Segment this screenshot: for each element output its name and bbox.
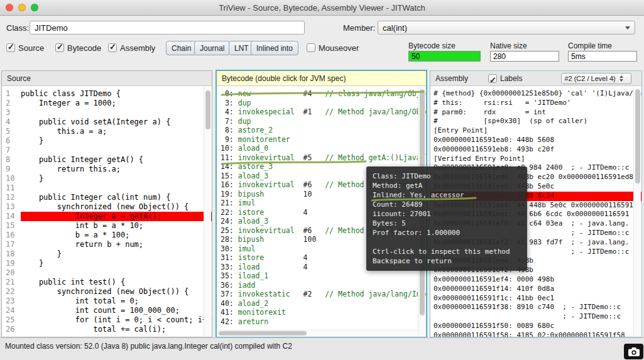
assembly-line[interactable]: # parm0: rdx = int bbox=[430, 108, 641, 117]
assembly-line[interactable]: 0x0000000116591f38: 8910 c740 ; - JITDem… bbox=[430, 303, 641, 312]
bytecode-line[interactable]: 40: aload_2 bbox=[217, 299, 426, 308]
screenshot-camera-button[interactable] bbox=[624, 344, 643, 359]
bytecode-line[interactable]: 37: invokestatic #2 // Method java/lang/… bbox=[217, 290, 426, 299]
bytecode-line[interactable]: 11: invokevirtual #5 // Method getA:()Lj… bbox=[217, 153, 426, 163]
chevron-down-icon bbox=[625, 26, 630, 30]
source-line[interactable]: 14 Integer a = getA(); bbox=[2, 212, 212, 221]
assembly-line[interactable]: # this: rsi:rsi = 'JITDemo' bbox=[430, 99, 641, 108]
source-line-text: public class JITDemo { bbox=[21, 89, 212, 99]
source-line[interactable]: 20 bbox=[2, 268, 212, 278]
assembly-line[interactable]: 0x0000000116591eb8: 493b c20f bbox=[430, 145, 641, 155]
journal-button[interactable]: Journal bbox=[194, 41, 230, 55]
bytecode-panel-title: Bytecode (double click for JVM spec) bbox=[217, 71, 346, 86]
bytecode-offset: 0: bbox=[221, 89, 238, 99]
bytecode-hscrollbar-thumb[interactable] bbox=[219, 331, 307, 335]
bytecode-line[interactable]: 7: dup bbox=[217, 117, 426, 126]
source-line[interactable]: 26 total += cal(i); bbox=[2, 325, 212, 334]
assembly-line[interactable]: # {method} {0x00000001251e85b0} 'cal' '(… bbox=[430, 89, 641, 99]
bytecode-line[interactable]: 42: areturn bbox=[217, 317, 426, 327]
source-line-text: } bbox=[21, 249, 212, 259]
assembly-scrollbar-thumb[interactable] bbox=[635, 89, 640, 183]
source-line-text: public Integer getA() { bbox=[21, 155, 212, 165]
source-line[interactable]: 25 for (int i = 0; i < count; i++) { bbox=[2, 315, 212, 325]
assembly-checkbox[interactable]: Assembly bbox=[108, 43, 155, 53]
bytecode-operand: #1 bbox=[303, 107, 325, 117]
source-line[interactable]: 2 Integer a = 1000; bbox=[2, 99, 212, 108]
assembly-line[interactable]: ; - JITDemo::c bbox=[430, 312, 641, 322]
source-code-list[interactable]: 1public class JITDemo {2 Integer a = 100… bbox=[2, 86, 212, 337]
source-line[interactable]: 18 } bbox=[2, 249, 212, 259]
native-size-value: 280 bbox=[490, 51, 559, 62]
bytecode-mnemonic: iload_1 bbox=[238, 271, 303, 281]
source-line[interactable]: 23 int total = 0; bbox=[2, 297, 212, 306]
bytecode-line[interactable]: 0: new #4 // class java/lang/Object bbox=[217, 89, 426, 99]
assembly-line[interactable]: 0x0000000116591f14: 410f 0d8a bbox=[430, 285, 641, 294]
minimize-button[interactable] bbox=[18, 4, 26, 11]
bytecode-offset: 19: bbox=[221, 190, 238, 199]
assembly-line[interactable]: [Verified Entry Point] bbox=[430, 155, 641, 164]
assembly-line[interactable]: # [sp+0x30] (sp of caller) bbox=[430, 117, 641, 126]
assembly-checkbox-box bbox=[108, 43, 117, 52]
source-line[interactable]: 1public class JITDemo { bbox=[2, 89, 212, 99]
close-button[interactable] bbox=[6, 4, 13, 11]
tooltip-line: Class: JITDemo bbox=[373, 172, 521, 181]
bytecode-line[interactable]: 9: monitorenter bbox=[217, 135, 426, 145]
compiler-select[interactable]: #2 (C2 / Level 4) bbox=[561, 73, 631, 84]
bytecode-line[interactable]: 4: invokespecial #1 // Method java/lang/… bbox=[217, 107, 426, 117]
inlined-into-button[interactable]: Inlined into bbox=[251, 41, 298, 55]
assembly-line[interactable]: 0x0000000116591f58: 4185 02:0x0000000116… bbox=[430, 331, 641, 337]
bytecode-mnemonic: bipush bbox=[238, 190, 303, 199]
source-line[interactable]: 12 public Integer cal(int num) { bbox=[2, 193, 212, 202]
bytecode-line[interactable]: 10: aload_0 bbox=[217, 144, 426, 153]
bytecode-line[interactable]: 36: iadd bbox=[217, 281, 426, 290]
source-line[interactable]: 11 bbox=[2, 183, 212, 193]
bytecode-line[interactable]: 35: iload_1 bbox=[217, 271, 426, 281]
source-line[interactable]: 10 } bbox=[2, 174, 212, 183]
assembly-line[interactable]: 0x0000000116591ef4: 0000 498b bbox=[430, 275, 641, 285]
source-line[interactable]: 5 this.a = a; bbox=[2, 127, 212, 136]
assembly-line[interactable]: 0x0000000116591f1c: 41bb 0ec1 bbox=[430, 294, 641, 303]
bytecode-checkbox-box bbox=[55, 43, 64, 52]
assembly-vertical-scrollbar[interactable] bbox=[633, 87, 641, 336]
bytecode-operand bbox=[303, 244, 325, 254]
zoom-button[interactable] bbox=[31, 4, 38, 11]
chain-button[interactable]: Chain bbox=[166, 41, 197, 55]
labels-checkbox[interactable]: Labels bbox=[488, 74, 522, 84]
bytecode-operand bbox=[303, 299, 325, 308]
source-line[interactable]: 9 return this.a; bbox=[2, 165, 212, 174]
source-line[interactable]: 13 synchronized (new Object()) { bbox=[2, 202, 212, 212]
source-line[interactable]: 7 bbox=[2, 146, 212, 155]
bytecode-comment: // Method java/lang/Integer.valueOf:(I)L… bbox=[325, 290, 426, 299]
source-line[interactable]: 16 b = a * 100; bbox=[2, 231, 212, 240]
source-line[interactable]: 3 bbox=[2, 108, 212, 117]
source-checkbox[interactable]: Source bbox=[6, 43, 44, 53]
bytecode-panel-header: Bytecode (double click for JVM spec) bbox=[217, 71, 426, 86]
assembly-line[interactable]: [Entry Point] bbox=[430, 126, 641, 136]
bytecode-checkbox[interactable]: Bytecode bbox=[55, 43, 101, 53]
assembly-line[interactable]: 0x0000000116591ea0: 448b 5608 bbox=[430, 136, 641, 145]
bytecode-mnemonic: iload bbox=[238, 263, 303, 272]
source-line[interactable]: 24 int count = 100_000_00; bbox=[2, 306, 212, 315]
source-line[interactable]: 22 synchronized (new Object()) { bbox=[2, 287, 212, 297]
source-line[interactable]: 6 } bbox=[2, 136, 212, 146]
source-scrollbar-thumb[interactable] bbox=[205, 90, 210, 129]
source-line[interactable]: 15 int b = a * 10; bbox=[2, 221, 212, 231]
source-vertical-scrollbar[interactable] bbox=[204, 87, 211, 336]
mouseover-checkbox[interactable]: Mouseover bbox=[307, 43, 359, 53]
source-line[interactable]: 8 public Integer getA() { bbox=[2, 155, 212, 165]
bytecode-line[interactable]: 8: astore_2 bbox=[217, 126, 426, 135]
bytecode-line[interactable]: 41: monitorexit bbox=[217, 308, 426, 317]
bytecode-operand bbox=[303, 135, 325, 145]
bytecode-mnemonic: istore bbox=[238, 208, 303, 217]
source-line-text: this.a = a; bbox=[21, 127, 212, 136]
source-line[interactable]: 21 public int test() { bbox=[2, 278, 212, 287]
member-select[interactable]: cal(int) bbox=[378, 21, 635, 35]
assembly-line[interactable]: 0x0000000116591f50: 0089 680c bbox=[430, 322, 641, 331]
bytecode-operand bbox=[303, 308, 325, 317]
bytecode-horizontal-scrollbar[interactable] bbox=[217, 330, 418, 336]
bytecode-line[interactable]: 3: dup bbox=[217, 99, 426, 108]
class-input[interactable] bbox=[30, 21, 305, 35]
source-line[interactable]: 4 public void setA(Integer a) { bbox=[2, 117, 212, 127]
source-line[interactable]: 17 return b + num; bbox=[2, 240, 212, 249]
source-line[interactable]: 19 } bbox=[2, 259, 212, 268]
